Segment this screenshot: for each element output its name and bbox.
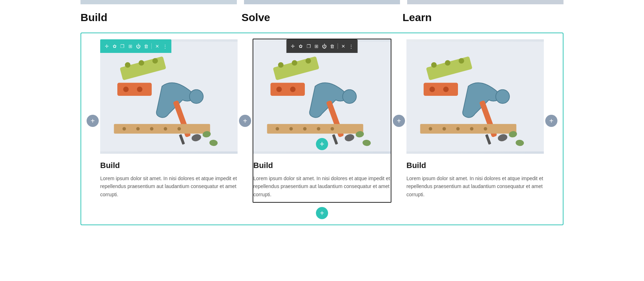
top-img-1 — [80, 0, 237, 4]
toolbar-divider-1 — [151, 43, 152, 49]
svg-point-44 — [445, 60, 450, 65]
card-3-title: Build — [406, 161, 544, 170]
svg-point-49 — [496, 90, 509, 103]
svg-point-3 — [139, 60, 144, 65]
svg-point-54 — [443, 127, 446, 130]
svg-point-16 — [164, 127, 167, 130]
plus-icon-mid1: + — [243, 117, 247, 124]
svg-point-23 — [278, 62, 283, 68]
svg-point-48 — [443, 87, 449, 92]
plus-btn-left[interactable]: + — [87, 115, 99, 127]
plus-btn-mid1[interactable]: + — [239, 115, 251, 127]
page-wrapper: Build Solve Learn + ✛ ✿ ❐ ⊞ ⏻ 🗑 — [0, 0, 644, 281]
cards-row: + ✛ ✿ ❐ ⊞ ⏻ 🗑 ✕ ⋮ — [87, 39, 557, 203]
svg-point-43 — [431, 62, 436, 68]
svg-point-8 — [190, 90, 203, 103]
svg-point-33 — [275, 127, 279, 130]
svg-rect-26 — [270, 83, 305, 96]
plus-icon-right: + — [549, 117, 553, 124]
svg-point-17 — [177, 127, 181, 130]
svg-point-35 — [303, 127, 307, 130]
svg-point-34 — [289, 127, 293, 130]
toolbar-settings-icon[interactable]: ✿ — [112, 44, 117, 49]
svg-point-27 — [276, 87, 282, 92]
svg-rect-32 — [267, 124, 363, 134]
card-3: Build Lorem ipsum dolor sit amet. In nis… — [406, 39, 544, 202]
card-3-text: Build Lorem ipsum dolor sit amet. In nis… — [406, 154, 544, 202]
toolbar2-grid-icon[interactable]: ⊞ — [314, 44, 319, 49]
plus-icon-bottom: + — [320, 209, 324, 217]
toolbar-2: ✛ ✿ ❐ ⊞ ⏻ 🗑 ✕ ⋮ — [287, 39, 358, 53]
svg-point-25 — [306, 58, 311, 63]
toolbar-more-icon[interactable]: ⋮ — [162, 44, 168, 49]
svg-rect-52 — [420, 124, 516, 134]
svg-point-45 — [459, 58, 464, 63]
plus-icon-left: + — [91, 117, 95, 124]
toolbar2-move-icon[interactable]: ✛ — [290, 44, 296, 49]
svg-point-55 — [456, 127, 460, 130]
top-img-3 — [407, 0, 564, 4]
plus-icon-center: + — [320, 139, 325, 149]
toolbar2-trash-icon[interactable]: 🗑 — [330, 44, 335, 49]
svg-rect-5 — [117, 83, 152, 96]
toolbar-trash-icon[interactable]: 🗑 — [143, 44, 149, 49]
svg-point-53 — [429, 127, 432, 130]
header-solve: Solve — [241, 11, 402, 24]
toolbar-1: ✛ ✿ ❐ ⊞ ⏻ 🗑 ✕ ⋮ — [100, 39, 171, 53]
toolbar-duplicate-icon[interactable]: ❐ — [119, 44, 125, 49]
main-container: + ✛ ✿ ❐ ⊞ ⏻ 🗑 ✕ ⋮ — [80, 33, 564, 225]
header-build: Build — [80, 11, 241, 24]
card-2-title: Build — [253, 161, 391, 170]
svg-point-36 — [317, 127, 321, 130]
section-headers: Build Solve Learn — [0, 4, 644, 29]
toolbar2-settings-icon[interactable]: ✿ — [298, 44, 304, 49]
card-1-title: Build — [100, 161, 238, 170]
svg-point-14 — [136, 127, 140, 130]
card-1-text: Build Lorem ipsum dolor sit amet. In nis… — [100, 154, 238, 202]
toolbar2-more-icon[interactable]: ⋮ — [348, 44, 354, 49]
top-img-2 — [244, 0, 400, 4]
card-1-svg — [100, 39, 238, 154]
card-3-image — [406, 39, 544, 154]
svg-point-37 — [331, 127, 334, 130]
plus-icon-mid2: + — [397, 117, 401, 124]
card-1-body: Lorem ipsum dolor sit amet. In nisi dolo… — [100, 174, 238, 198]
toolbar2-duplicate-icon[interactable]: ❐ — [306, 44, 312, 49]
card-3-svg — [406, 39, 544, 154]
plus-btn-right[interactable]: + — [545, 115, 557, 127]
card-2: ✛ ✿ ❐ ⊞ ⏻ 🗑 ✕ ⋮ — [253, 39, 391, 203]
card-2-body: Lorem ipsum dolor sit amet. In nisi dolo… — [253, 174, 391, 198]
plus-btn-bottom[interactable]: + — [316, 207, 328, 219]
svg-point-47 — [429, 87, 435, 92]
card-3-body: Lorem ipsum dolor sit amet. In nisi dolo… — [406, 174, 544, 198]
svg-point-28 — [290, 87, 296, 92]
svg-point-7 — [137, 87, 142, 92]
bottom-plus-container: + — [87, 207, 557, 219]
svg-point-6 — [123, 87, 128, 92]
svg-rect-12 — [114, 124, 210, 134]
card-2-text: Build Lorem ipsum dolor sit amet. In nis… — [253, 154, 391, 202]
svg-point-29 — [343, 90, 356, 103]
toolbar-close-icon[interactable]: ✕ — [154, 44, 160, 49]
svg-point-4 — [152, 58, 158, 63]
toolbar-grid-icon[interactable]: ⊞ — [127, 44, 133, 49]
plus-btn-mid2[interactable]: + — [393, 115, 405, 127]
card-2-svg — [253, 39, 391, 154]
toolbar-move-icon[interactable]: ✛ — [104, 44, 109, 49]
card-1: ✛ ✿ ❐ ⊞ ⏻ 🗑 ✕ ⋮ — [100, 39, 238, 202]
toolbar2-close-icon[interactable]: ✕ — [341, 44, 346, 49]
top-images-strip — [0, 0, 644, 4]
svg-point-57 — [484, 127, 487, 130]
svg-point-15 — [150, 127, 153, 130]
toolbar-power-icon[interactable]: ⏻ — [135, 44, 141, 49]
svg-point-56 — [470, 127, 474, 130]
header-learn: Learn — [402, 11, 564, 24]
toolbar2-divider — [338, 43, 338, 49]
card-1-image — [100, 39, 238, 154]
card-2-center-plus[interactable]: + — [316, 138, 328, 150]
card-2-image: + — [253, 39, 391, 154]
toolbar2-power-icon[interactable]: ⏻ — [322, 44, 327, 49]
svg-rect-46 — [424, 83, 458, 96]
svg-point-24 — [292, 60, 297, 65]
svg-point-2 — [125, 62, 130, 68]
